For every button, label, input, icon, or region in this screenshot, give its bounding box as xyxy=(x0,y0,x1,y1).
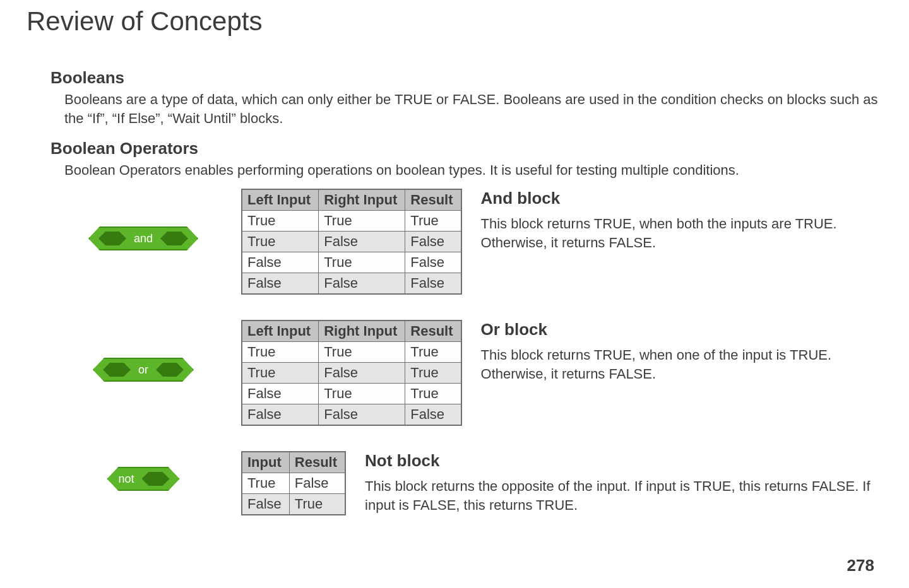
or-block-label: or xyxy=(137,363,150,377)
table-cell: True xyxy=(319,384,405,404)
table-row: False False False xyxy=(242,273,461,295)
or-table-col: Left Input Right Input Result True True … xyxy=(241,320,462,426)
booleans-section: Booleans Booleans are a type of data, wh… xyxy=(50,68,884,127)
booleans-heading: Booleans xyxy=(50,68,884,88)
operators-heading: Boolean Operators xyxy=(50,139,884,158)
table-cell: False xyxy=(289,473,345,494)
table-cell: False xyxy=(242,384,319,404)
or-block-col: or xyxy=(64,320,222,382)
and-table-col: Left Input Right Input Result True True … xyxy=(241,189,462,295)
table-cell: False xyxy=(242,273,319,295)
table-row: True False True xyxy=(242,363,461,384)
table-cell: False xyxy=(405,404,461,426)
table-header: Result xyxy=(289,452,345,473)
table-row: True True True xyxy=(242,342,461,363)
and-body: This block returns TRUE, when both the i… xyxy=(481,215,884,252)
table-cell: True xyxy=(319,211,405,232)
table-cell: True xyxy=(405,384,461,404)
table-cell: False xyxy=(405,252,461,273)
or-truth-table: Left Input Right Input Result True True … xyxy=(241,320,462,426)
operators-body: Boolean Operators enables performing ope… xyxy=(64,161,884,180)
table-header: Left Input xyxy=(242,189,319,211)
table-cell: True xyxy=(242,211,319,232)
hex-right-icon xyxy=(142,472,170,486)
hex-left-icon xyxy=(98,232,126,245)
not-truth-table: Input Result True False False True xyxy=(241,451,346,515)
table-cell: False xyxy=(319,363,405,384)
hex-left-icon xyxy=(103,363,131,377)
and-title: And block xyxy=(481,189,884,208)
page-title: Review of Concepts xyxy=(27,6,884,37)
table-row: False False False xyxy=(242,404,461,426)
or-desc: Or block This block returns TRUE, when o… xyxy=(481,320,884,383)
table-cell: False xyxy=(319,232,405,252)
table-cell: True xyxy=(289,494,345,515)
table-cell: True xyxy=(405,211,461,232)
table-cell: True xyxy=(242,232,319,252)
table-row: True False xyxy=(242,473,345,494)
hex-right-icon xyxy=(160,232,188,245)
operators-section: Boolean Operators Boolean Operators enab… xyxy=(50,139,884,515)
or-row: or Left Input Right Input Result True Tr… xyxy=(64,320,884,426)
table-cell: True xyxy=(242,363,319,384)
table-cell: True xyxy=(319,252,405,273)
booleans-body: Booleans are a type of data, which can o… xyxy=(64,90,884,127)
table-cell: True xyxy=(242,473,289,494)
not-desc: Not block This block returns the opposit… xyxy=(365,451,884,514)
not-row: not Input Result True False False True xyxy=(64,451,884,515)
table-cell: False xyxy=(405,232,461,252)
hex-right-icon xyxy=(156,363,184,377)
or-body: This block returns TRUE, when one of the… xyxy=(481,346,884,383)
table-row: False True True xyxy=(242,384,461,404)
table-cell: False xyxy=(242,252,319,273)
table-cell: True xyxy=(242,342,319,363)
or-block-icon: or xyxy=(93,358,194,382)
table-header-row: Left Input Right Input Result xyxy=(242,189,461,211)
not-body: This block returns the opposite of the i… xyxy=(365,477,884,514)
table-row: True False False xyxy=(242,232,461,252)
table-row: True True True xyxy=(242,211,461,232)
table-header: Right Input xyxy=(319,189,405,211)
table-cell: True xyxy=(319,342,405,363)
table-cell: False xyxy=(319,273,405,295)
and-truth-table: Left Input Right Input Result True True … xyxy=(241,189,462,295)
and-block-label: and xyxy=(133,232,154,245)
table-header: Left Input xyxy=(242,320,319,342)
and-row: and Left Input Right Input Result True T… xyxy=(64,189,884,295)
table-header: Input xyxy=(242,452,289,473)
not-table-col: Input Result True False False True xyxy=(241,451,346,515)
table-cell: True xyxy=(405,342,461,363)
not-block-label: not xyxy=(117,473,135,486)
and-block-col: and xyxy=(64,189,222,250)
or-title: Or block xyxy=(481,320,884,339)
table-cell: True xyxy=(405,363,461,384)
table-cell: False xyxy=(405,273,461,295)
table-row: False True xyxy=(242,494,345,515)
table-header-row: Left Input Right Input Result xyxy=(242,320,461,342)
table-cell: False xyxy=(319,404,405,426)
table-header: Right Input xyxy=(319,320,405,342)
not-block-col: not xyxy=(64,451,222,491)
not-title: Not block xyxy=(365,451,884,471)
table-header: Result xyxy=(405,189,461,211)
table-row: False True False xyxy=(242,252,461,273)
table-header: Result xyxy=(405,320,461,342)
and-block-icon: and xyxy=(88,226,198,250)
table-cell: False xyxy=(242,494,289,515)
table-cell: False xyxy=(242,404,319,426)
not-block-icon: not xyxy=(107,467,179,491)
and-desc: And block This block returns TRUE, when … xyxy=(481,189,884,252)
table-header-row: Input Result xyxy=(242,452,345,473)
page-number: 278 xyxy=(847,556,874,575)
